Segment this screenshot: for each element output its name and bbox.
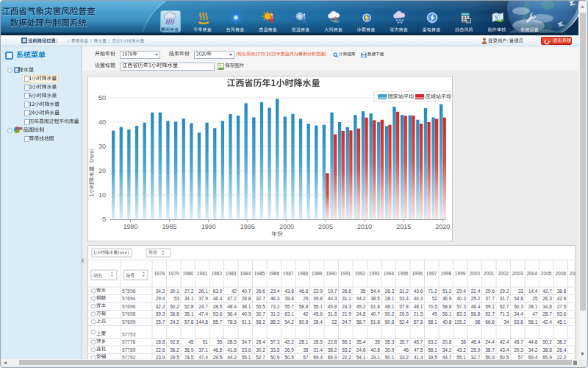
svg-text:22.8: 22.8 [328,339,337,344]
svg-text:43.4: 43.4 [500,347,509,353]
svg-text:40.9: 40.9 [242,311,251,316]
svg-text:28.5: 28.5 [227,339,237,344]
svg-text:47.5: 47.5 [414,347,423,353]
svg-text:21.9: 21.9 [342,311,351,316]
svg-text:53: 53 [174,296,180,301]
svg-text:50.2: 50.2 [542,339,552,344]
svg-text:71.3: 71.3 [500,311,509,316]
svg-text:35: 35 [375,339,381,344]
svg-text:24.7: 24.7 [342,319,351,325]
svg-text:38.5: 38.5 [370,296,380,301]
svg-text:42: 42 [303,311,309,316]
svg-text:1982: 1982 [211,271,222,276]
svg-text:1998: 1998 [440,271,451,276]
svg-text:30.1: 30.1 [170,289,179,294]
svg-text:57776: 57776 [122,339,136,344]
svg-text:24.3: 24.3 [342,304,351,309]
svg-text:35.7: 35.7 [399,339,409,344]
svg-text:34.2: 34.2 [528,347,538,353]
svg-text:2000: 2000 [279,223,294,230]
svg-text:1981: 1981 [197,271,208,276]
svg-text:58.2: 58.2 [256,319,265,325]
svg-text:28.5: 28.5 [213,304,223,309]
svg-text:56.8: 56.8 [471,311,481,316]
svg-text:34.7: 34.7 [242,339,251,344]
svg-text:55.1: 55.1 [342,339,351,344]
svg-text:61.8: 61.8 [370,304,380,309]
svg-text:1984: 1984 [240,271,251,276]
svg-text:71.2: 71.2 [428,289,437,294]
svg-text:35.1: 35.1 [184,311,194,316]
svg-text:23.9: 23.9 [313,289,323,294]
svg-text:57753: 57753 [122,332,136,337]
svg-text:58.1: 58.1 [528,319,538,325]
svg-text:44.2: 44.2 [356,296,366,301]
svg-text:1989: 1989 [312,271,323,276]
svg-text:34.4: 34.4 [514,311,523,316]
svg-text:46.4: 46.4 [213,296,223,301]
svg-text:43.6: 43.6 [414,289,423,294]
svg-text:30.7: 30.7 [256,311,265,316]
svg-text:23.4: 23.4 [270,289,280,294]
svg-text:2002: 2002 [498,271,509,276]
svg-text:38.2: 38.2 [328,347,337,353]
svg-text:23.6: 23.6 [242,347,251,353]
svg-text:45: 45 [188,339,194,344]
svg-text:40: 40 [98,118,106,126]
svg-text:50.3: 50.3 [514,304,523,309]
svg-text:36.2: 36.2 [170,347,179,353]
svg-text:42: 42 [232,289,237,294]
svg-text:58.1: 58.1 [428,347,437,353]
svg-text:51: 51 [203,339,209,344]
svg-text:31.3: 31.3 [270,311,280,316]
svg-text:44.3: 44.3 [328,296,337,301]
svg-text:36.8: 36.8 [170,311,179,316]
svg-text:45.8: 45.8 [328,304,337,309]
svg-text:42.2: 42.2 [284,339,294,344]
svg-text:2006: 2006 [555,271,566,276]
svg-text:10: 10 [98,191,106,199]
svg-text:29.6: 29.6 [485,289,495,294]
svg-text:29.3: 29.3 [514,347,523,353]
svg-text:54.2: 54.2 [284,319,294,325]
svg-text:1997: 1997 [426,271,437,276]
svg-text:46.3: 46.3 [270,296,280,301]
svg-text:33.5: 33.5 [270,347,280,353]
svg-text:25.7: 25.7 [156,319,165,325]
svg-text:24.7: 24.7 [198,304,208,309]
svg-text:66.8: 66.8 [485,319,495,325]
svg-text:1988: 1988 [297,271,308,276]
svg-text:58.8: 58.8 [442,304,452,309]
svg-text:39.8: 39.8 [284,296,294,301]
svg-text:26.9: 26.9 [284,347,294,353]
svg-text:52.8: 52.8 [184,304,194,309]
svg-text:34.1: 34.1 [184,296,194,301]
svg-text:83.3: 83.3 [456,311,466,316]
svg-text:24.4: 24.4 [485,339,495,344]
svg-text:28.1: 28.1 [299,339,309,344]
svg-text:57.3: 57.3 [456,304,466,309]
svg-text:22.4: 22.4 [471,289,481,294]
svg-text:35.4: 35.4 [356,339,366,344]
svg-text:24.8: 24.8 [356,311,366,316]
svg-text:1999: 1999 [455,271,466,276]
svg-text:40.7: 40.7 [370,311,380,316]
svg-text:49: 49 [432,311,438,316]
svg-text:57694: 57694 [122,296,136,301]
svg-text:14.4: 14.4 [528,289,538,294]
svg-text:2001: 2001 [484,271,495,276]
svg-text:45.1: 45.1 [557,319,567,325]
svg-text:50.8: 50.8 [385,319,395,325]
svg-text:35: 35 [303,347,309,353]
svg-text:28.4: 28.4 [256,339,265,344]
svg-text:34.2: 34.2 [156,289,165,294]
svg-text:73.2: 73.2 [270,304,280,309]
svg-text:56.1: 56.1 [442,311,452,316]
svg-text:20.8: 20.8 [442,339,452,344]
svg-text:55.1: 55.1 [313,304,323,309]
svg-text:28.5: 28.5 [313,339,323,344]
svg-text:37.1: 37.1 [198,347,208,353]
svg-text:1992: 1992 [354,271,365,276]
svg-text:53.6: 53.6 [213,311,223,316]
svg-text:28.1: 28.1 [385,296,395,301]
